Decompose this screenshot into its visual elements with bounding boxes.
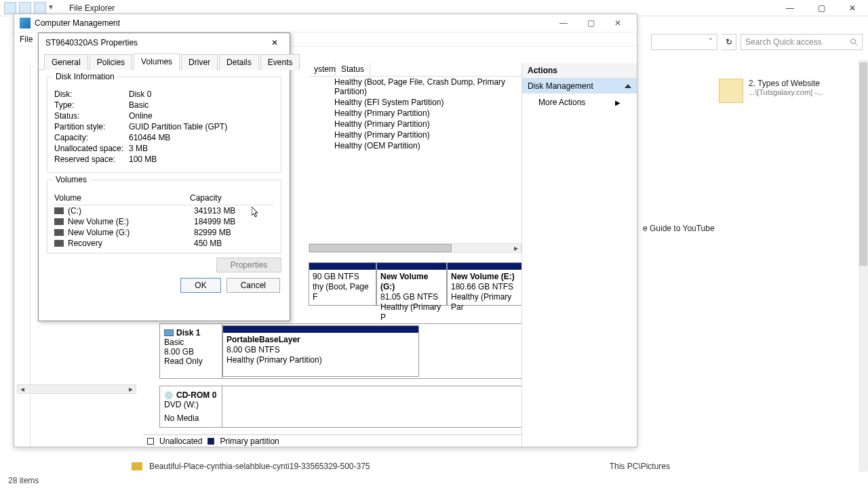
tree-hscrollbar[interactable]: ◂ ▸	[17, 384, 136, 394]
volume-status-row[interactable]: Healthy (Primary Partition)	[334, 119, 521, 129]
group-title: Disk Information	[53, 72, 117, 81]
volume-status-row[interactable]: Healthy (Primary Partition)	[334, 108, 521, 119]
col-system[interactable]: ystem	[309, 63, 336, 76]
volume-status-row[interactable]: Healthy (OEM Partition)	[334, 140, 521, 151]
partition-stripe	[448, 263, 521, 270]
item-name: 2. Types of Website	[749, 79, 823, 88]
disk1-type: Basic	[164, 338, 218, 347]
tab-volumes[interactable]: Volumes	[134, 54, 180, 70]
actions-selected[interactable]: Disk Management	[522, 79, 637, 94]
selected-location: This PC\Pictures	[610, 462, 670, 471]
actions-panel: Actions Disk Management More Actions ▶	[521, 63, 637, 447]
explorer-truncated-item[interactable]: e Guide to YouTube	[643, 224, 715, 233]
volume-capacity: 184999 MB	[194, 217, 235, 226]
volume-row[interactable]: Recovery450 MB	[54, 238, 274, 249]
scrollbar-arrow-left-icon[interactable]: ◂	[20, 384, 24, 394]
info-value: GUID Partition Table (GPT)	[129, 122, 227, 131]
cm-maximize-button[interactable]: ▢	[577, 16, 604, 30]
info-value: 610464 MB	[129, 133, 170, 142]
volume-row[interactable]: (C:)341913 MB	[54, 205, 274, 216]
legend-swatch-unallocated	[147, 438, 154, 445]
search-placeholder: Search Quick access	[745, 37, 822, 47]
props-title-text: ST9640320AS Properties	[45, 38, 138, 47]
list-hscrollbar[interactable]: ▸	[309, 243, 521, 253]
tab-events[interactable]: Events	[260, 54, 300, 70]
disk1-panel: Disk 1 Basic 8.00 GB Read Only PortableB…	[159, 323, 521, 379]
close-button[interactable]: ✕	[837, 0, 868, 16]
scrollbar-arrow-right-icon[interactable]: ▸	[511, 243, 521, 253]
col-capacity[interactable]: Capacity	[190, 193, 222, 203]
props-close-button[interactable]: ✕	[267, 36, 283, 49]
volume-name: Recovery	[68, 239, 194, 248]
partition-stripe	[223, 326, 418, 333]
explorer-title: File Explorer	[61, 3, 115, 13]
partition-name: New Volume (G:)	[380, 272, 443, 292]
cdrom-label: CD-ROM 0	[176, 390, 216, 400]
scrollbar-thumb[interactable]	[309, 244, 452, 252]
search-box[interactable]: Search Quick access	[741, 34, 863, 50]
volume-capacity: 341913 MB	[194, 206, 235, 216]
partition-stripe	[309, 263, 376, 270]
volume-row[interactable]: New Volume (G:)82999 MB	[54, 227, 274, 238]
partition-fs: 81.05 GB NTFS	[380, 292, 443, 302]
explorer-status-bar: 28 items	[3, 473, 39, 488]
volume-status-row[interactable]: Healthy (Boot, Page File, Crash Dump, Pr…	[334, 77, 521, 97]
partition-e[interactable]: New Volume (E:) 180.66 GB NTFS Healthy (…	[447, 262, 521, 306]
volume-row[interactable]: New Volume (E:)184999 MB	[54, 216, 274, 227]
cm-minimize-button[interactable]: —	[550, 16, 577, 30]
group-title: Volumes	[53, 175, 90, 184]
cm-titlebar[interactable]: Computer Management — ▢ ✕	[14, 14, 637, 32]
menu-file[interactable]: File	[20, 35, 33, 44]
partition-c[interactable]: 90 GB NTFS thy (Boot, Page F	[309, 262, 376, 306]
minimize-button[interactable]: —	[774, 0, 806, 16]
cancel-button[interactable]: Cancel	[226, 278, 280, 293]
partition-name: PortableBaseLayer	[226, 335, 415, 345]
tab-policies[interactable]: Policies	[90, 54, 132, 70]
qat-icon[interactable]	[34, 2, 46, 14]
qat-icon[interactable]	[19, 2, 31, 14]
cdrom-panel: 💿CD-ROM 0 DVD (W:) No Media	[159, 386, 521, 428]
tab-driver[interactable]: Driver	[181, 54, 218, 70]
qat-icon[interactable]	[4, 2, 16, 14]
refresh-button[interactable]: ↻	[722, 34, 736, 50]
more-actions[interactable]: More Actions ▶	[522, 94, 637, 111]
svg-line-1	[855, 43, 857, 45]
cdrom-drive: DVD (W:)	[164, 400, 218, 409]
col-volume[interactable]: Volume	[54, 193, 190, 203]
scrollbar-thumb[interactable]	[859, 62, 867, 266]
info-key: Unallocated space:	[54, 144, 129, 153]
selected-name: Beautiful-Place-cynthia-selahblue-cynti1…	[149, 462, 370, 471]
collapse-caret-icon	[625, 84, 631, 88]
submenu-arrow-icon: ▶	[615, 99, 620, 106]
disk-information-group: Disk Information Disk:Disk 0 Type:Basic …	[47, 77, 281, 173]
image-file-icon	[132, 462, 142, 470]
partition-stripe	[377, 263, 446, 270]
info-key: Status:	[54, 111, 129, 121]
scrollbar-arrow-right-icon[interactable]: ▸	[129, 384, 133, 394]
folder-icon	[719, 79, 743, 103]
qat-dropdown-icon[interactable]: ▾	[49, 2, 61, 14]
address-field[interactable]: ˅	[651, 34, 717, 50]
volume-name: New Volume (G:)	[68, 228, 194, 237]
partition-portablebaselayer[interactable]: PortableBaseLayer 8.00 GB NTFS Healthy (…	[222, 325, 419, 377]
cm-close-button[interactable]: ✕	[604, 16, 631, 30]
partition-status: Healthy (Primary Partition)	[226, 355, 415, 365]
info-value: Basic	[129, 100, 149, 110]
legend-unallocated: Unallocated	[159, 436, 202, 446]
partition-g[interactable]: New Volume (G:) 81.05 GB NTFS Healthy (P…	[376, 262, 447, 306]
col-status[interactable]: Status	[336, 63, 370, 76]
tab-general[interactable]: General	[44, 54, 88, 70]
legend-swatch-primary	[208, 438, 214, 445]
explorer-folder-item[interactable]: 2. Types of Website ...\[Tutsgalaxy.com]…	[719, 79, 823, 103]
partition-status: thy (Boot, Page F	[313, 282, 372, 302]
maximize-button[interactable]: ▢	[806, 0, 837, 16]
explorer-address-bar: ˅ ↻ Search Quick access	[651, 33, 863, 52]
info-key: Type:	[54, 100, 129, 110]
volume-status-list: Healthy (Boot, Page File, Crash Dump, Pr…	[334, 77, 521, 151]
volume-status-row[interactable]: Healthy (EFI System Partition)	[334, 97, 521, 108]
explorer-vscrollbar[interactable]	[859, 60, 868, 472]
props-titlebar[interactable]: ST9640320AS Properties ✕	[39, 33, 290, 52]
volume-status-row[interactable]: Healthy (Primary Partition)	[334, 129, 521, 140]
tab-details[interactable]: Details	[219, 54, 259, 70]
ok-button[interactable]: OK	[180, 278, 220, 293]
